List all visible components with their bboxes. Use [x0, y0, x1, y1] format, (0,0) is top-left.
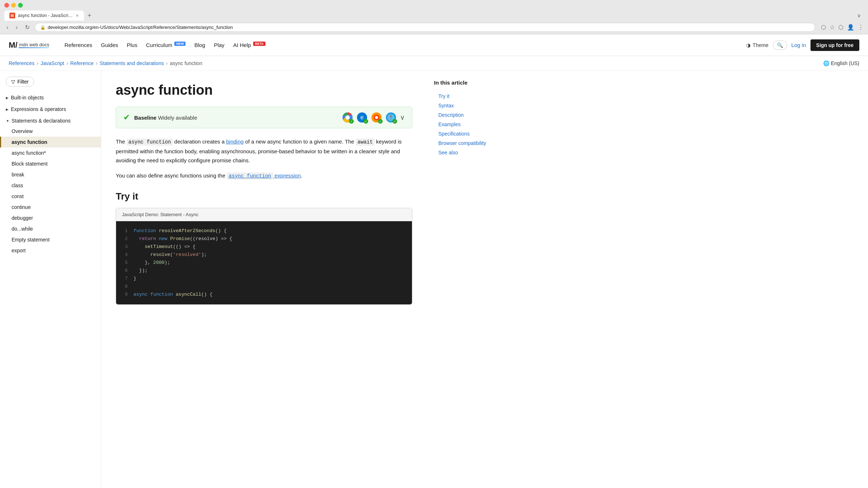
baseline-expand-button[interactable]: ∨: [400, 114, 405, 121]
sidebar-item-continue[interactable]: continue: [0, 202, 101, 213]
browser-firefox-icon: ✓: [371, 112, 382, 123]
tab-favicon: M: [9, 13, 15, 18]
toc-item-try-it[interactable]: Try it: [434, 91, 499, 101]
new-tab-button[interactable]: +: [85, 12, 94, 20]
sidebar-item-overview[interactable]: Overview: [0, 126, 101, 137]
code-line: 3 setTimeout(() => {: [122, 243, 406, 251]
nav-guides[interactable]: Guides: [97, 40, 122, 50]
article-intro-1: The async function declaration creates a…: [116, 137, 412, 165]
tab-close-button[interactable]: ✕: [76, 13, 79, 18]
baseline-left: ✔ Baseline Widely available: [123, 113, 197, 122]
edge-check: ✓: [363, 119, 368, 124]
baseline-box: ✔ Baseline Widely available ✓ e ✓: [116, 107, 412, 128]
search-icon: 🔍: [777, 42, 783, 48]
async-expression-link[interactable]: async function expression: [227, 172, 301, 179]
sidebar-item-block[interactable]: Block statement: [0, 158, 101, 169]
tab-strip-expand[interactable]: ∨: [857, 13, 864, 18]
sidebar-item-debugger[interactable]: debugger: [0, 213, 101, 223]
site-header: M/ mdn web docs References Guides Plus C…: [0, 34, 868, 56]
sidebar-item-export[interactable]: export: [0, 245, 101, 256]
nav-plus[interactable]: Plus: [123, 40, 141, 50]
line-num: 7: [122, 275, 128, 283]
main-content: async function ✔ Baseline Widely availab…: [101, 71, 427, 488]
url-text: developer.mozilla.org/en-US/docs/Web/Jav…: [48, 25, 233, 30]
breadcrumb-javascript[interactable]: JavaScript: [41, 60, 64, 66]
breadcrumb-reference[interactable]: Reference: [70, 60, 94, 66]
code-line: 7 }: [122, 275, 406, 283]
line-num: 3: [122, 243, 128, 251]
sidebar-section-expressions-header[interactable]: ▶ Expressions & operators: [0, 104, 101, 114]
svg-point-6: [375, 116, 378, 119]
toc-item-browser-compat[interactable]: Browser compatibility: [434, 138, 499, 148]
breadcrumb-references[interactable]: References: [9, 60, 35, 66]
nav-ai-help[interactable]: AI Help BETA: [230, 40, 269, 50]
extension-button[interactable]: ⬡: [838, 24, 843, 31]
browser-tab[interactable]: M async function - JavaScript | ✕: [4, 10, 84, 21]
toc-item-specifications[interactable]: Specifications: [434, 129, 499, 138]
signup-button[interactable]: Sign up for free: [810, 39, 859, 51]
sidebar-item-const[interactable]: const: [0, 191, 101, 202]
try-it-title: Try it: [116, 191, 412, 202]
search-box[interactable]: 🔍: [773, 40, 787, 50]
code-async-expression: async function: [227, 172, 273, 180]
code-line: 1 function resolveAfter2Seconds() {: [122, 227, 406, 235]
code-line: 2 return new Promise((resolve) => {: [122, 235, 406, 243]
profile-button[interactable]: 👤: [847, 24, 854, 31]
nav-curriculum[interactable]: Curriculum NEW: [142, 40, 190, 50]
login-button[interactable]: Log in: [791, 42, 806, 48]
minimize-button[interactable]: [11, 3, 16, 8]
logo-underline: [19, 47, 49, 48]
menu-button[interactable]: ⋮: [858, 24, 864, 31]
arrow-icon: ▶: [6, 96, 9, 100]
sidebar-item-class[interactable]: class: [0, 180, 101, 191]
tab-title: async function - JavaScript |: [18, 13, 73, 18]
baseline-label: Baseline: [134, 115, 157, 121]
sidebar-section-builtin-header[interactable]: ▶ Built-in objects: [0, 93, 101, 103]
breadcrumb-sep-1: ›: [37, 60, 39, 66]
main-nav: References Guides Plus Curriculum NEW Bl…: [61, 40, 735, 50]
sidebar-section-statements-header[interactable]: ▼ Statements & declarations: [0, 116, 101, 126]
screen-cast-button[interactable]: ⬡: [821, 24, 826, 31]
forward-button[interactable]: ›: [13, 23, 20, 31]
logo-text: mdn web docs: [19, 42, 49, 47]
line-num: 5: [122, 259, 128, 267]
maximize-button[interactable]: [18, 3, 23, 8]
article-intro-2: You can also define async functions usin…: [116, 171, 412, 181]
sidebar-item-empty[interactable]: Empty statement: [0, 234, 101, 245]
beta-badge: BETA: [253, 42, 265, 46]
code-async-function: async function: [127, 138, 173, 146]
line-num: 6: [122, 267, 128, 275]
sidebar-item-dowhile[interactable]: do...while: [0, 223, 101, 234]
theme-button[interactable]: ◑ Theme: [746, 42, 769, 48]
arrow-icon-3: ▼: [6, 119, 9, 123]
back-button[interactable]: ‹: [4, 23, 10, 31]
chrome-check: ✓: [349, 119, 354, 124]
reload-button[interactable]: ↻: [23, 23, 32, 31]
breadcrumb-statements[interactable]: Statements and declarations: [100, 60, 164, 66]
toc-item-description[interactable]: Description: [434, 110, 499, 120]
logo-mark: M/: [9, 41, 17, 49]
toc-item-syntax[interactable]: Syntax: [434, 101, 499, 110]
breadcrumb-sep-3: ›: [96, 60, 98, 66]
binding-link[interactable]: binding: [226, 138, 243, 145]
code-line: 4 resolve('resolved');: [122, 251, 406, 259]
filter-label: Filter: [17, 79, 29, 85]
mdn-logo[interactable]: M/ mdn web docs: [9, 41, 49, 49]
bookmark-button[interactable]: ☆: [830, 24, 835, 31]
close-button[interactable]: [4, 3, 9, 8]
nav-references[interactable]: References: [61, 40, 96, 50]
browser-safari-icon: ✓: [386, 112, 396, 123]
toc-item-see-also[interactable]: See also: [434, 148, 499, 157]
toc-item-examples[interactable]: Examples: [434, 120, 499, 129]
sidebar-item-break[interactable]: break: [0, 169, 101, 180]
svg-point-1: [345, 115, 350, 120]
language-selector[interactable]: 🌐 English (US): [823, 60, 859, 66]
filter-button[interactable]: ▽ Filter: [6, 77, 34, 87]
code-area: 1 function resolveAfter2Seconds() { 2 re…: [116, 221, 412, 305]
sidebar-item-async-function-gen[interactable]: async function*: [0, 147, 101, 158]
sidebar-item-async-function[interactable]: async function: [0, 137, 101, 147]
nav-blog[interactable]: Blog: [191, 40, 209, 50]
url-bar[interactable]: 🔒 developer.mozilla.org/en-US/docs/Web/J…: [35, 23, 815, 32]
theme-label: Theme: [753, 42, 769, 48]
nav-play[interactable]: Play: [210, 40, 228, 50]
